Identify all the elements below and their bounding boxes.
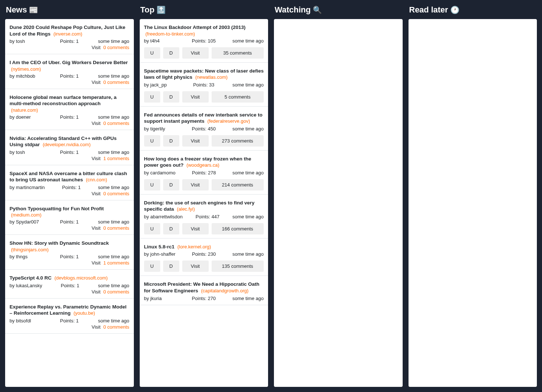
column-header-watching: Watching 🔍 <box>274 5 403 15</box>
upvote-button[interactable]: U <box>144 91 160 103</box>
card-title[interactable]: Show HN: Story with Dynamic Soundtrack <box>10 240 109 246</box>
visit-link[interactable]: Visit <box>92 289 100 295</box>
card-title[interactable]: The Linux Backdoor Attempt of 2003 (2013… <box>144 25 246 30</box>
downvote-button[interactable]: D <box>163 135 179 147</box>
visit-button[interactable]: Visit <box>182 47 209 59</box>
comments-link[interactable]: 0 comments <box>103 225 129 231</box>
card-points: Points: 447 <box>195 214 219 219</box>
card-points: Points: 1 <box>60 38 79 44</box>
visit-link[interactable]: Visit <box>92 79 100 85</box>
card-time: some time ago <box>98 38 129 44</box>
comments-button[interactable]: 35 comments <box>212 47 264 59</box>
card-domain[interactable]: (youtu.be) <box>73 310 95 316</box>
comments-button[interactable]: 135 comments <box>212 260 264 272</box>
visit-link[interactable]: Visit <box>92 121 100 126</box>
card-domain[interactable]: (cnn.com) <box>86 177 107 182</box>
upvote-button[interactable]: U <box>144 260 160 272</box>
downvote-button[interactable]: D <box>163 223 179 234</box>
card-domain[interactable]: (nytimes.com) <box>11 66 41 72</box>
card-domain[interactable]: (newatlas.com) <box>195 74 227 80</box>
card-time: some time ago <box>232 214 264 219</box>
card-author: by tigerlily <box>144 126 175 132</box>
visit-button[interactable]: Visit <box>182 135 209 147</box>
card-title[interactable]: Python Typosquatting for Fun Not Profit <box>10 206 104 211</box>
upvote-button[interactable]: U <box>144 223 160 234</box>
upvote-button[interactable]: U <box>144 135 160 147</box>
card-domain[interactable]: (inverse.com) <box>54 31 83 37</box>
card-time: some time ago <box>232 126 264 132</box>
downvote-button[interactable]: D <box>163 47 179 59</box>
comments-link[interactable]: 0 comments <box>103 191 129 196</box>
column-news: News 📰 Dune 2020 Could Reshape Pop Cultu… <box>5 5 134 387</box>
column-title: Read later <box>409 5 448 15</box>
top-card: How long does a freezer stay frozen when… <box>140 151 268 195</box>
card-author: by martincmartin <box>10 185 45 190</box>
card-points: Points: 1 <box>60 219 79 225</box>
visit-link[interactable]: Visit <box>92 191 100 196</box>
top-card: Microsoft President: We Need a Hippocrat… <box>140 276 268 305</box>
card-title[interactable]: SpaceX and NASA overcame a bitter cultur… <box>10 171 127 183</box>
card-points: Points: 270 <box>192 296 216 301</box>
visit-button[interactable]: Visit <box>182 223 209 234</box>
card-domain[interactable]: (devblogs.microsoft.com) <box>54 275 107 281</box>
news-card: SpaceX and NASA overcame a bitter cultur… <box>5 165 134 200</box>
visit-link[interactable]: Visit <box>92 324 100 330</box>
card-domain[interactable]: (developer.nvidia.com) <box>43 142 91 147</box>
visit-button[interactable]: Visit <box>182 179 209 191</box>
downvote-button[interactable]: D <box>163 260 179 272</box>
comments-link[interactable]: 0 comments <box>103 289 129 295</box>
card-domain[interactable]: (alec.fyi) <box>177 206 195 212</box>
column-body-news[interactable]: Dune 2020 Could Reshape Pop Culture, Jus… <box>5 19 134 387</box>
column-body-top[interactable]: The Linux Backdoor Attempt of 2003 (2013… <box>140 19 268 387</box>
comments-link[interactable]: 0 comments <box>103 121 129 126</box>
news-card: Python Typosquatting for Fun Not Profit … <box>5 200 134 235</box>
comments-link[interactable]: 0 comments <box>103 79 129 85</box>
card-time: some time ago <box>232 38 264 44</box>
card-title[interactable]: TypeScript 4.0 RC <box>10 275 52 281</box>
card-author: by tosh <box>10 38 41 44</box>
clock-icon: 🕐 <box>450 5 459 14</box>
visit-button[interactable]: Visit <box>182 260 209 272</box>
card-title[interactable]: Experience Replay vs. Parametric Dynamic… <box>10 304 127 316</box>
card-domain[interactable]: (woodgears.ca) <box>186 162 219 168</box>
comments-link[interactable]: 1 comments <box>103 156 129 161</box>
comments-link[interactable]: 0 comments <box>103 324 129 330</box>
comments-button[interactable]: 166 comments <box>212 223 264 234</box>
visit-link[interactable]: Visit <box>92 260 100 266</box>
visit-link[interactable]: Visit <box>92 156 100 161</box>
comments-link[interactable]: 0 comments <box>103 45 129 50</box>
news-card: Nvidia: Accelerating Standard C++ with G… <box>5 130 134 165</box>
visit-link[interactable]: Visit <box>92 225 100 231</box>
card-title[interactable]: I Am the CEO of Uber. Gig Workers Deserv… <box>10 60 128 65</box>
card-points: Points: 1 <box>60 149 79 155</box>
comments-button[interactable]: 5 comments <box>212 91 264 103</box>
card-author: by tosh <box>10 149 41 155</box>
card-title[interactable]: Holocene global mean surface temperature… <box>10 95 117 107</box>
card-title[interactable]: Dorking: the use of search engines to fi… <box>144 200 255 212</box>
visit-link[interactable]: Visit <box>92 45 100 50</box>
card-points: Points: 1 <box>60 318 79 323</box>
card-domain[interactable]: (thingsinjars.com) <box>11 247 49 252</box>
comments-button[interactable]: 214 comments <box>212 179 264 191</box>
upvote-button[interactable]: U <box>144 47 160 59</box>
column-readlater: Read later 🕐 <box>409 5 537 387</box>
card-domain[interactable]: (capitalandgrowth.org) <box>201 288 248 293</box>
comments-link[interactable]: 1 comments <box>103 260 129 266</box>
card-domain[interactable]: (federalreserve.gov) <box>207 118 250 124</box>
column-header-news: News 📰 <box>5 5 134 15</box>
column-body-readlater[interactable] <box>409 19 537 387</box>
card-domain[interactable]: (nature.com) <box>11 107 38 113</box>
card-domain[interactable]: (freedom-to-tinker.com) <box>146 31 195 37</box>
column-body-watching[interactable] <box>274 19 403 387</box>
upvote-button[interactable]: U <box>144 179 160 191</box>
news-card: Show HN: Story with Dynamic Soundtrack (… <box>5 235 134 270</box>
card-domain[interactable]: (lore.kernel.org) <box>177 244 211 249</box>
visit-button[interactable]: Visit <box>182 91 209 103</box>
card-points: Points: 105 <box>192 38 216 44</box>
card-time: some time ago <box>98 149 129 155</box>
card-title[interactable]: Linux 5.8-rc1 <box>144 244 175 249</box>
comments-button[interactable]: 273 comments <box>212 135 264 147</box>
card-domain[interactable]: (medium.com) <box>11 212 41 218</box>
downvote-button[interactable]: D <box>163 91 179 103</box>
downvote-button[interactable]: D <box>163 179 179 191</box>
